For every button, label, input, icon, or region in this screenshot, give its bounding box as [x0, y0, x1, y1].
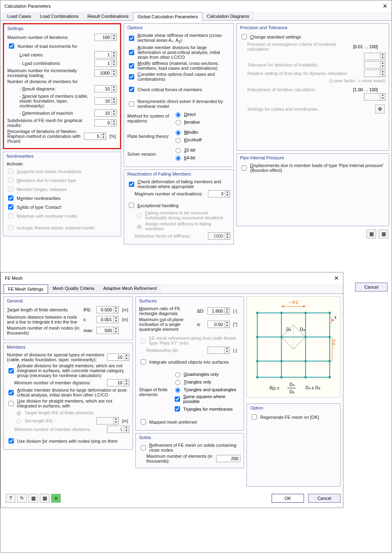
disp-check[interactable] — [242, 165, 247, 171]
trimem-check[interactable] — [175, 406, 180, 412]
shear-check[interactable] — [129, 36, 134, 41]
perc-spin[interactable]: ▲▼ — [84, 133, 106, 140]
members-type-check — [8, 178, 13, 183]
load-cases-spin[interactable]: ▲▼ — [94, 51, 117, 58]
usenodes-check[interactable] — [9, 438, 14, 444]
kirchhoff-radio[interactable] — [176, 138, 181, 143]
mapped-check[interactable] — [141, 419, 146, 424]
react-check-check[interactable] — [129, 182, 134, 187]
s32-radio[interactable] — [176, 148, 181, 153]
settings-title: Settings — [7, 26, 117, 32]
change-label: Change standard settings — [250, 34, 386, 39]
tri-radio[interactable] — [175, 380, 180, 385]
regen-check[interactable] — [252, 414, 257, 420]
target-spin[interactable]: ▲▼ — [96, 306, 119, 313]
tol-label: Tolerance for detection of instability: — [247, 62, 362, 67]
same-check[interactable] — [175, 397, 180, 402]
maxnodes-spin[interactable]: ▲▼ — [96, 327, 119, 334]
ok-button[interactable]: OK — [272, 494, 304, 503]
note: (Lower factor -> more exact) — [330, 78, 386, 83]
prec-label: Precision of convergence criteria of non… — [247, 42, 351, 51]
fe-dialog-title: FE Mesh — [5, 276, 23, 281]
fe-close-icon[interactable]: ✕ — [334, 275, 339, 281]
tab-load-cases[interactable]: Load Cases — [3, 12, 36, 20]
tab-result-combinations[interactable]: Result Combinations — [83, 12, 133, 20]
integrate-check[interactable] — [141, 359, 146, 364]
iterative-radio[interactable] — [176, 120, 181, 125]
extra-check[interactable] — [129, 74, 134, 79]
solids-check[interactable] — [8, 204, 13, 210]
tab-fe-settings[interactable]: FE Mesh Settings — [3, 284, 48, 294]
prec-spin: ▲▼ — [364, 53, 386, 60]
numdiv-spin[interactable]: ▲▼ — [107, 354, 129, 361]
main-cancel-button[interactable]: Cancel — [355, 283, 388, 292]
ref-label: Refinement of FE mesh on solids containi… — [149, 443, 240, 452]
grid1-icon[interactable]: ▦ — [28, 494, 38, 503]
react-max-spin[interactable]: ▲▼ — [208, 190, 230, 197]
max-incr-spin[interactable]: ▲▼ — [94, 69, 117, 77]
divisions-check[interactable] — [129, 50, 134, 55]
calc-params-dialog: Calculation Parameters ✕ Load Cases Load… — [0, 0, 392, 553]
react-title: Reactivation of Failing Members — [127, 171, 230, 178]
tab-load-combinations[interactable]: Load Combinations — [36, 12, 83, 20]
modify-check[interactable] — [129, 63, 134, 69]
actmem-check[interactable] — [9, 390, 14, 395]
maxdist-unit: [m] — [122, 317, 129, 322]
maxout-spin[interactable]: ▲▼ — [208, 321, 230, 328]
svg-point-11 — [256, 312, 259, 314]
member-nonlin-label: Member nonlinearities — [17, 196, 118, 201]
maxdist-spin[interactable]: ▲▼ — [96, 316, 119, 323]
mindlin-radio[interactable] — [176, 130, 181, 135]
reflines-label: FE mesh refinement along lines (with Mod… — [149, 336, 240, 345]
fe-content: General Target length of finite elements… — [1, 294, 343, 489]
change-check[interactable] — [242, 34, 247, 39]
svg-text:ΔD  =: ΔD = — [269, 385, 279, 391]
result-diag-spin[interactable]: ▲▼ — [94, 85, 117, 92]
tab-calc-diagrams[interactable]: Calculation Diagrams — [202, 12, 254, 20]
hinges-label: Member hinges, releases — [17, 187, 118, 192]
check-crit-check[interactable] — [129, 87, 134, 92]
solmax-label: Maximum number of elements (in thousands… — [146, 454, 214, 463]
grid2-icon[interactable]: ▦ — [40, 494, 49, 503]
member-nonlin-check[interactable] — [8, 195, 13, 201]
exc-check[interactable] — [129, 203, 134, 208]
react-check-label: Check deformation of failing members and… — [137, 179, 230, 189]
nonsym-check[interactable] — [129, 101, 134, 107]
lfe-sym: lFE: — [84, 307, 95, 312]
subdiv-spin[interactable]: ▲▼ — [94, 119, 117, 126]
solmax-input[interactable] — [216, 455, 240, 462]
settings-icon[interactable]: ⚙ — [375, 105, 385, 114]
triquad-radio[interactable] — [175, 388, 180, 393]
ref-check[interactable] — [141, 445, 146, 450]
det-maxmin-spin[interactable]: ▲▼ — [94, 109, 117, 117]
icon-2[interactable]: ▦ — [379, 229, 388, 238]
supports-label: Supports and elastic foundations — [17, 169, 118, 174]
help-icon[interactable]: ? — [6, 494, 15, 503]
usediv-check[interactable] — [9, 401, 14, 406]
quad-radio[interactable] — [175, 372, 180, 377]
calc-icon[interactable]: ≡ — [51, 494, 61, 503]
direct-radio[interactable] — [176, 112, 181, 118]
dialog-title: Calculation Parameters — [4, 4, 51, 9]
maxratio-spin[interactable]: ▲▼ — [208, 307, 230, 315]
close-icon[interactable]: ✕ — [383, 3, 388, 9]
tab-mesh-quality[interactable]: Mesh Quality Criteria — [48, 284, 99, 294]
icon-1[interactable]: ▦ — [366, 229, 376, 238]
load-comb-spin[interactable]: ▲▼ — [94, 60, 117, 67]
s64-radio[interactable] — [176, 156, 181, 161]
tab-adaptive[interactable]: Adaptive Mesh Refinement — [99, 284, 161, 294]
mindiv-spin[interactable]: ▲▼ — [107, 379, 129, 386]
red-spin: ▲▼ — [208, 232, 230, 240]
solids-group: Solids Refinement of FE mesh on solids c… — [135, 433, 244, 468]
num-load-inc-check[interactable] — [9, 43, 14, 49]
edit-icon[interactable]: ✎ — [17, 494, 27, 503]
alpha-sym: α: — [197, 322, 206, 327]
num-load-inc-label: Number of load increments for — [17, 44, 117, 49]
svg-text:D₁: D₁ — [289, 382, 294, 387]
fe-cancel-button[interactable]: Cancel — [308, 494, 341, 503]
max-iter-spin[interactable]: ▲▼ — [94, 34, 117, 41]
maxout-label: Maximum out-of-plane inclination of a si… — [139, 317, 195, 332]
tab-global-calc[interactable]: Global Calculation Parameters — [133, 12, 202, 21]
actdiv-check[interactable] — [9, 368, 14, 373]
special-types-spin[interactable]: ▲▼ — [94, 97, 117, 105]
